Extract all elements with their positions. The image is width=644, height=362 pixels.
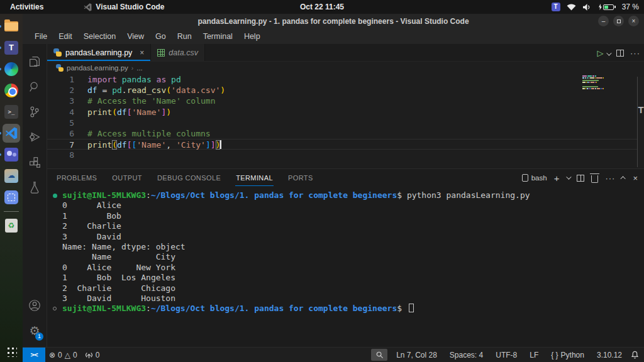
code-line-6[interactable]: 6# Access multiple columns: [47, 128, 644, 139]
run-debug-icon[interactable]: [25, 124, 45, 150]
code-line-2[interactable]: 2df = pd.read_csv('data.csv'): [47, 85, 644, 96]
breadcrumb[interactable]: pandasLearning.py › ...: [47, 62, 644, 74]
tab-pandaslearning-py[interactable]: pandasLearning.py ×: [47, 44, 151, 61]
breadcrumb-symbol[interactable]: ...: [136, 64, 143, 72]
show-applications-button[interactable]: [6, 346, 17, 357]
account-icon[interactable]: [25, 293, 45, 318]
code-line-1[interactable]: 1import pandas as pd: [47, 74, 644, 85]
line-number: 4: [47, 107, 74, 118]
encoding-status[interactable]: UTF-8: [492, 351, 521, 359]
minimize-button[interactable]: –: [598, 16, 609, 26]
dock-vscode-icon[interactable]: [3, 124, 20, 142]
search-icon[interactable]: [25, 74, 45, 99]
terminal-output-line: 1 Bob: [62, 211, 644, 221]
dock-edge-icon[interactable]: [3, 60, 20, 78]
code-text: df = pd.read_csv('data.csv'): [74, 85, 225, 96]
kill-terminal-icon[interactable]: [591, 175, 598, 183]
command-decoration-hollow[interactable]: [53, 307, 57, 310]
source-control-icon[interactable]: [25, 99, 45, 124]
terminal-instance-chip[interactable]: bash: [522, 174, 547, 182]
panel-tab-problems[interactable]: PROBLEMS: [56, 170, 97, 185]
system-tray[interactable]: T 37 %: [552, 3, 639, 11]
problems-status[interactable]: ⊗ 0 △ 0: [45, 351, 81, 359]
ports-count: 0: [96, 351, 100, 359]
code-line-7[interactable]: 7print(df[['Name', 'City']]): [47, 139, 644, 150]
close-panel-icon[interactable]: ×: [633, 173, 638, 183]
split-terminal-icon[interactable]: [577, 175, 584, 182]
dock-files-icon[interactable]: [3, 18, 20, 35]
line-number: 8: [47, 150, 74, 160]
eol-status[interactable]: LF: [526, 351, 542, 359]
dock-trash-icon[interactable]: ♻: [3, 217, 20, 234]
menu-edit[interactable]: Edit: [53, 31, 78, 42]
screen-magnifier-chip[interactable]: [371, 349, 387, 361]
extensions-icon[interactable]: [25, 150, 45, 175]
ports-status[interactable]: 0: [81, 351, 104, 359]
dock-todo-app-icon[interactable]: T: [3, 39, 20, 57]
close-button[interactable]: ×: [628, 16, 639, 26]
window-title: pandasLearning.py - 1. pandas for comple…: [23, 17, 644, 26]
menu-view[interactable]: View: [121, 31, 150, 42]
python-interpreter-status[interactable]: 3.10.12: [593, 351, 626, 359]
menu-help[interactable]: Help: [238, 31, 266, 42]
focused-app-indicator[interactable]: Visual Studio Code: [84, 3, 164, 11]
minimap[interactable]: [582, 75, 604, 92]
tab-data-csv[interactable]: data.csv: [151, 44, 205, 61]
terminal-prompt-line: sujit@INL-5MLKWG3:~/Blogs/Oct blogs/1. p…: [62, 190, 644, 200]
menu-terminal[interactable]: Terminal: [197, 31, 238, 42]
terminal-dropdown-icon[interactable]: [567, 174, 572, 179]
notifications-bell-icon[interactable]: [631, 351, 639, 359]
dock-chrome-icon[interactable]: [3, 82, 20, 99]
vscode-window: pandasLearning.py - 1. pandas for comple…: [23, 14, 644, 362]
menu-file[interactable]: File: [29, 31, 53, 42]
breadcrumb-file[interactable]: pandasLearning.py: [67, 64, 128, 72]
cursor-position-status[interactable]: Ln 7, Col 28: [392, 351, 441, 359]
run-python-file-button[interactable]: ▷: [597, 47, 610, 58]
panel-more-actions-icon[interactable]: ···: [605, 173, 615, 183]
code-line-3[interactable]: 3# Access the 'Name' column: [47, 96, 644, 106]
title-bar[interactable]: pandasLearning.py - 1. pandas for comple…: [23, 14, 644, 29]
code-line-5[interactable]: 5: [47, 118, 644, 128]
csv-file-icon: [157, 49, 165, 57]
restore-button[interactable]: [613, 16, 624, 26]
menu-go[interactable]: Go: [150, 31, 172, 42]
split-editor-icon[interactable]: [616, 50, 624, 57]
explorer-icon[interactable]: [25, 49, 45, 74]
language-mode-status[interactable]: { } Python: [547, 351, 588, 359]
panel-tab-terminal[interactable]: TERMINAL: [235, 170, 274, 186]
teams-tray-icon[interactable]: T: [552, 3, 560, 11]
line-number: 1: [47, 74, 74, 85]
tab-close-icon[interactable]: ×: [140, 48, 144, 57]
activities-button[interactable]: Activities: [0, 3, 53, 11]
dock-terminal-icon[interactable]: >_: [3, 103, 20, 121]
more-actions-icon[interactable]: ···: [630, 48, 640, 58]
code-line-8[interactable]: 8: [47, 150, 644, 160]
panel-tab-debug-console[interactable]: DEBUG CONSOLE: [157, 170, 221, 185]
terminal-output[interactable]: sujit@INL-5MLKWG3:~/Blogs/Oct blogs/1. p…: [47, 187, 644, 347]
maximize-panel-icon[interactable]: [621, 176, 626, 181]
python-file-icon: [56, 64, 64, 72]
settings-gear-icon[interactable]: ⚙ 1: [25, 318, 45, 343]
menu-selection[interactable]: Selection: [78, 31, 121, 42]
line-number: 2: [47, 85, 74, 96]
clock[interactable]: Oct 22 11:45: [300, 3, 344, 11]
braces-icon: { }: [551, 351, 558, 359]
testing-icon[interactable]: [25, 175, 45, 200]
terminal-output-line: Name: Name, dtype: object: [62, 242, 644, 252]
remote-indicator[interactable]: ><: [23, 348, 45, 362]
panel-tab-output[interactable]: OUTPUT: [111, 170, 143, 185]
new-terminal-icon[interactable]: +: [554, 173, 560, 184]
dock-cloud-app-icon[interactable]: ☁: [3, 167, 20, 185]
indentation-status[interactable]: Spaces: 4: [446, 351, 487, 359]
menu-run[interactable]: Run: [172, 31, 197, 42]
chevron-right-icon: ›: [131, 65, 133, 72]
dock-screenshot-icon[interactable]: [3, 189, 20, 206]
wifi-icon: [567, 3, 576, 11]
dock-teams-icon[interactable]: [3, 146, 20, 163]
panel-tab-ports[interactable]: PORTS: [287, 170, 314, 185]
code-line-4[interactable]: 4print(df['Name']): [47, 107, 644, 118]
command-decoration-filled[interactable]: [53, 194, 57, 198]
code-editor[interactable]: 1import pandas as pd2df = pd.read_csv('d…: [47, 74, 644, 168]
terminal-output-line: Name City: [62, 252, 644, 262]
code-text: [74, 118, 87, 128]
